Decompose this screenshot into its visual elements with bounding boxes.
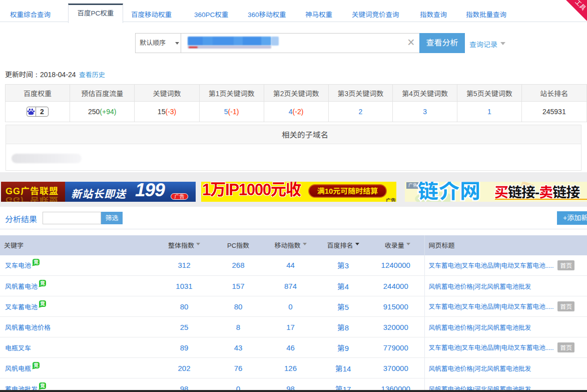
svg-text:买链接-卖链接: 买链接-卖链接 xyxy=(494,185,580,200)
svg-text:链介网: 链介网 xyxy=(418,182,481,202)
